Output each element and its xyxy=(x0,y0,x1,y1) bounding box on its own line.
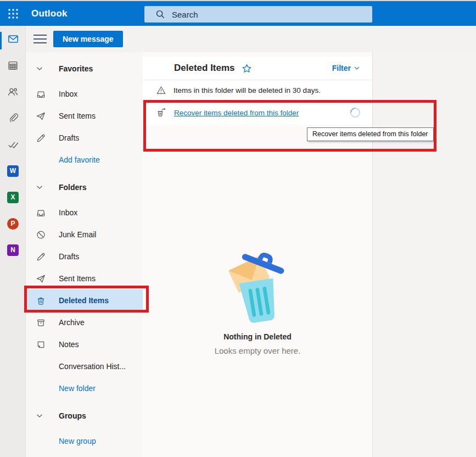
rail-item-tasks[interactable] xyxy=(0,131,26,158)
sidebar-item-label: Inbox xyxy=(59,208,77,217)
section-label: Folders xyxy=(59,183,87,192)
command-bar: New message xyxy=(26,26,476,52)
send-icon xyxy=(36,274,47,284)
double-check-icon xyxy=(7,138,19,151)
sidebar-item-label: Drafts xyxy=(59,133,79,142)
favorite-star-icon[interactable] xyxy=(242,63,252,74)
note-icon xyxy=(36,339,47,350)
section-label: Groups xyxy=(59,411,86,420)
section-header-favorites[interactable]: Favorites xyxy=(26,58,143,80)
pencil-icon xyxy=(36,133,47,143)
pencil-icon xyxy=(36,252,47,262)
sidebar-item-drafts[interactable]: Drafts xyxy=(26,246,143,267)
sidebar-item-conversation-history[interactable]: Conversation Hist... xyxy=(26,355,143,377)
sidebar-item-sent-items[interactable]: Sent Items xyxy=(26,267,143,289)
top-app-bar: Outlook xyxy=(0,1,476,26)
rail-item-people[interactable] xyxy=(0,79,26,105)
chevron-down-icon xyxy=(36,65,47,73)
sidebar-item-new-folder[interactable]: New folder xyxy=(26,377,143,399)
sidebar-item-sent-items-favorite[interactable]: Sent Items xyxy=(26,105,143,127)
tooltip: Recover items deleted from this folder xyxy=(307,127,434,141)
sidebar-item-inbox-favorite[interactable]: Inbox xyxy=(26,83,143,105)
folder-header: Deleted Items Filter xyxy=(143,57,372,80)
chevron-down-icon xyxy=(354,65,360,71)
onenote-icon: N xyxy=(7,244,19,256)
filter-button[interactable]: Filter xyxy=(332,57,360,80)
retention-info-text: Items in this folder will be deleted in … xyxy=(173,86,321,94)
recover-items-link[interactable]: Recover items deleted from this folder xyxy=(174,109,299,117)
mail-icon xyxy=(7,33,19,45)
chevron-down-icon xyxy=(36,183,47,191)
recover-items-icon xyxy=(156,107,167,118)
sidebar-item-label: Junk Email xyxy=(59,230,96,239)
block-icon xyxy=(36,230,47,240)
search-input[interactable] xyxy=(165,6,372,23)
sidebar-item-inbox[interactable]: Inbox xyxy=(26,202,143,224)
sidebar-item-label: Drafts xyxy=(59,252,79,261)
sidebar-item-label: Sent Items xyxy=(59,274,96,283)
inbox-icon xyxy=(36,208,47,218)
sidebar-item-label: Notes xyxy=(59,340,79,349)
rail-item-attachments[interactable] xyxy=(0,105,26,131)
rail-selection-indicator xyxy=(0,32,2,49)
app-launcher-button[interactable] xyxy=(0,1,26,26)
app-grid-icon xyxy=(8,8,19,19)
sidebar-item-deleted-items[interactable]: Deleted Items xyxy=(26,289,143,311)
empty-folder-state: Nothing in Deleted Looks empty over here… xyxy=(143,246,372,355)
warning-icon xyxy=(156,85,166,96)
reading-pane xyxy=(372,52,476,457)
rail-item-onenote[interactable]: N xyxy=(0,237,26,263)
empty-state-subtitle: Looks empty over here. xyxy=(143,346,372,355)
app-title: Outlook xyxy=(31,8,68,19)
retention-info-banner: Items in this folder will be deleted in … xyxy=(143,80,372,101)
sidebar-item-notes[interactable]: Notes xyxy=(26,333,143,355)
new-message-button[interactable]: New message xyxy=(53,31,123,47)
word-icon: W xyxy=(7,165,19,177)
sidebar-item-add-favorite[interactable]: Add favorite xyxy=(26,149,143,171)
section-label: Favorites xyxy=(59,64,93,73)
sidebar-item-label: Conversation Hist... xyxy=(59,362,126,371)
folder-sidebar: Favorites Inbox Sent Items xyxy=(26,52,143,457)
send-icon xyxy=(36,111,47,121)
rail-item-word[interactable]: W xyxy=(0,158,26,184)
section-header-folders[interactable]: Folders xyxy=(26,176,143,198)
loading-spinner xyxy=(348,105,362,119)
sidebar-item-label: New group xyxy=(59,437,96,445)
empty-state-title: Nothing in Deleted xyxy=(143,332,372,341)
calendar-icon xyxy=(7,60,19,71)
recover-items-row: Recover items deleted from this folder xyxy=(143,101,372,125)
sidebar-item-drafts-favorite[interactable]: Drafts xyxy=(26,127,143,149)
people-icon xyxy=(7,86,19,98)
chevron-down-icon xyxy=(36,412,47,420)
sidebar-item-archive[interactable]: Archive xyxy=(26,311,143,333)
page-title: Deleted Items xyxy=(174,63,235,74)
filter-label: Filter xyxy=(332,64,351,73)
section-header-groups[interactable]: Groups xyxy=(26,405,143,427)
sidebar-item-label: Sent Items xyxy=(59,112,96,120)
sidebar-item-label: Deleted Items xyxy=(59,296,109,305)
sidebar-item-new-group[interactable]: New group xyxy=(26,430,143,452)
search-box[interactable] xyxy=(144,6,372,23)
sidebar-item-junk-email[interactable]: Junk Email xyxy=(26,224,143,246)
paperclip-icon xyxy=(8,113,19,124)
inbox-icon xyxy=(36,89,47,99)
rail-item-mail[interactable] xyxy=(0,26,26,52)
rail-item-excel[interactable]: X xyxy=(0,184,26,210)
sidebar-item-label: Archive xyxy=(59,318,85,327)
excel-icon: X xyxy=(7,192,19,203)
sidebar-item-label: Inbox xyxy=(59,90,77,98)
message-list-pane: Deleted Items Filter Items in this folde… xyxy=(143,52,372,457)
sidebar-item-label: New folder xyxy=(59,384,96,393)
empty-trash-illustration xyxy=(216,246,299,329)
sidebar-item-label: Add favorite xyxy=(59,155,100,164)
archive-icon xyxy=(36,317,47,328)
rail-item-powerpoint[interactable]: P xyxy=(0,210,26,237)
app-rail: W X P N xyxy=(0,26,26,457)
trash-icon xyxy=(36,296,47,306)
powerpoint-icon: P xyxy=(7,218,19,230)
rail-item-calendar[interactable] xyxy=(0,52,26,79)
collapse-sidebar-button[interactable] xyxy=(33,32,48,46)
search-icon xyxy=(155,9,165,19)
